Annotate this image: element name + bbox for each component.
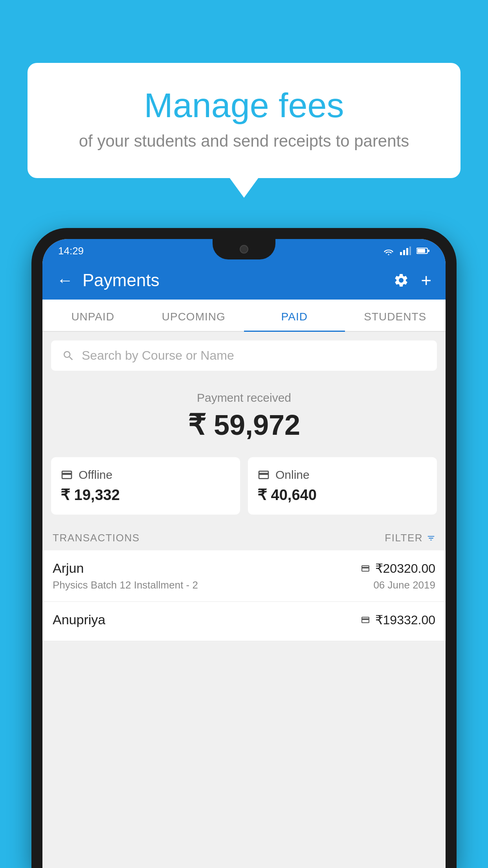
tab-unpaid[interactable]: UNPAID [42, 300, 143, 331]
back-button[interactable]: ← [57, 271, 73, 290]
tab-upcoming[interactable]: UPCOMING [143, 300, 244, 331]
transaction-date: 06 June 2019 [373, 579, 435, 591]
transaction-row[interactable]: Anupriya ₹19332.00 [42, 602, 446, 641]
battery-icon [416, 247, 430, 254]
speech-bubble-title: Manage fees [59, 86, 429, 125]
search-placeholder: Search by Course or Name [82, 348, 234, 363]
offline-amount: ₹ 19,332 [61, 486, 231, 504]
online-icon [257, 469, 270, 481]
tab-paid[interactable]: PAID [244, 300, 345, 331]
phone-inner: 14:29 [42, 239, 446, 868]
svg-rect-6 [428, 250, 429, 252]
transaction-amount: ₹19332.00 [375, 612, 435, 627]
cash-payment-icon [360, 615, 371, 625]
search-icon [62, 349, 75, 362]
online-card: Online ₹ 40,640 [248, 457, 437, 515]
payment-cards: Offline ₹ 19,332 Online ₹ 40,640 [42, 449, 446, 526]
payment-amount: ₹ 59,972 [42, 408, 446, 441]
wifi-icon [383, 246, 394, 255]
content-area: Search by Course or Name Payment receive… [42, 332, 446, 868]
transaction-amount: ₹20320.00 [375, 561, 435, 576]
status-bar: 14:29 [42, 239, 446, 263]
offline-icon [61, 469, 73, 481]
tabs-bar: UNPAID UPCOMING PAID STUDENTS [42, 300, 446, 332]
transaction-name: Anupriya [53, 612, 105, 627]
transaction-details: Physics Batch 12 Installment - 2 [53, 579, 198, 591]
transactions-label: TRANSACTIONS [53, 532, 140, 544]
search-bar[interactable]: Search by Course or Name [51, 340, 437, 371]
offline-label: Offline [79, 468, 112, 482]
online-label: Online [275, 468, 310, 482]
signal-icon [400, 246, 411, 255]
header-title: Payments [83, 270, 384, 290]
app-header: ← Payments + [42, 263, 446, 300]
notch [213, 239, 275, 259]
header-icons: + [393, 270, 431, 291]
transaction-amount-wrap: ₹19332.00 [360, 612, 435, 627]
status-icons [383, 246, 430, 255]
offline-card: Offline ₹ 19,332 [51, 457, 240, 515]
status-time: 14:29 [58, 245, 84, 257]
transaction-name: Arjun [53, 561, 84, 576]
speech-bubble-container: Manage fees of your students and send re… [28, 63, 460, 178]
svg-rect-1 [403, 250, 405, 255]
payment-received-section: Payment received ₹ 59,972 [42, 379, 446, 449]
card-payment-icon [360, 564, 371, 573]
filter-button[interactable]: FILTER [385, 532, 435, 544]
svg-rect-3 [409, 246, 411, 255]
gear-icon[interactable] [393, 272, 409, 288]
svg-rect-0 [400, 252, 402, 255]
speech-bubble: Manage fees of your students and send re… [28, 63, 460, 178]
svg-rect-5 [417, 249, 425, 253]
add-button[interactable]: + [421, 270, 431, 291]
phone-frame: 14:29 [31, 228, 457, 868]
transaction-row[interactable]: Arjun ₹20320.00 Physics Batch 12 Install… [42, 550, 446, 602]
online-amount: ₹ 40,640 [257, 486, 427, 504]
speech-bubble-subtitle: of your students and send receipts to pa… [59, 132, 429, 151]
payment-label: Payment received [42, 391, 446, 405]
camera-dot [240, 245, 248, 254]
filter-icon [427, 534, 435, 542]
transaction-amount-wrap: ₹20320.00 [360, 561, 435, 576]
transactions-header: TRANSACTIONS FILTER [42, 526, 446, 550]
tab-students[interactable]: STUDENTS [345, 300, 446, 331]
svg-rect-2 [406, 248, 408, 255]
